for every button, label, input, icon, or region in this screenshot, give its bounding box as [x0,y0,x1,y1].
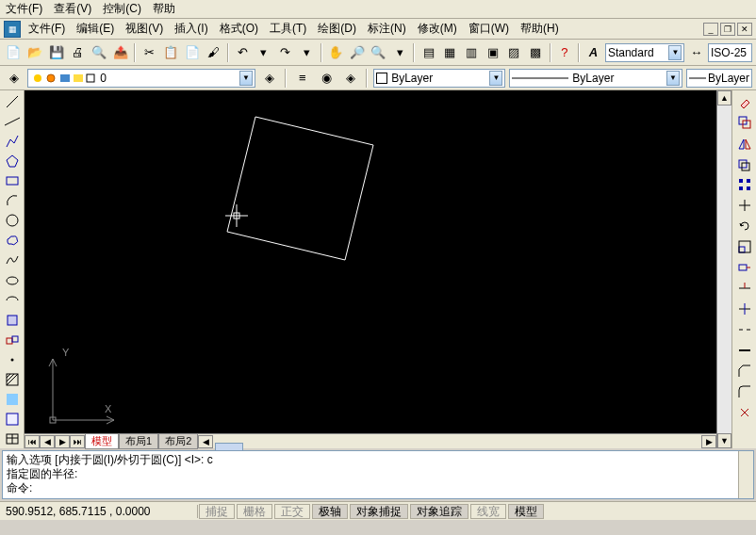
dimstyle-icon[interactable]: ↔ [686,42,706,63]
ellipsearc-icon[interactable] [2,291,23,309]
explode-icon[interactable] [734,403,755,422]
vscroll-down-icon[interactable]: ▼ [717,433,731,448]
menu2-tools[interactable]: 工具(T) [266,19,310,39]
snap-toggle[interactable]: 捕捉 [199,504,235,519]
hscroll-left-icon[interactable]: ◀ [198,435,213,448]
preview-icon[interactable]: 🔍 [90,42,109,63]
menu2-help[interactable]: 帮助(H) [517,19,563,39]
publish-icon[interactable]: 📤 [110,42,130,63]
textstyle-icon[interactable]: A [583,42,603,63]
menu-control[interactable]: 控制(C) [103,1,141,17]
arc-icon[interactable] [2,192,23,210]
tab-layout2[interactable]: 布局2 [158,434,198,449]
region-icon[interactable] [2,411,23,429]
menu2-edit[interactable]: 编辑(E) [73,19,118,39]
extend-icon[interactable] [734,300,755,318]
offset-icon[interactable] [734,154,755,173]
help-icon[interactable]: ? [555,42,575,63]
copy-icon[interactable]: 📋 [161,42,181,63]
calc-icon[interactable]: ▩ [526,42,546,63]
dc-icon[interactable]: ▦ [440,42,460,63]
table-icon[interactable] [2,430,23,448]
rectangle-icon[interactable] [2,171,23,189]
pline-icon[interactable] [2,132,23,150]
menu-file[interactable]: 文件(F) [6,1,42,17]
menu2-window[interactable]: 窗口(W) [465,19,513,39]
circle-icon[interactable] [2,212,23,230]
hscroll-right-icon[interactable]: ▶ [701,435,716,448]
ellipse-icon[interactable] [2,271,23,289]
polygon-icon[interactable] [2,152,23,170]
tab-model[interactable]: 模型 [85,434,119,449]
otrack-toggle[interactable]: 对象追踪 [410,504,468,519]
layer-states-icon[interactable]: ≡ [292,68,312,89]
tp-icon[interactable]: ▥ [462,42,482,63]
menu2-view[interactable]: 视图(V) [122,19,167,39]
coords-display[interactable]: 590.9512, 685.7115 , 0.0000 [0,505,198,518]
layer-iso-icon[interactable]: ◉ [317,68,337,89]
tab-last-icon[interactable]: ⏭ [70,435,85,448]
menu-view[interactable]: 查看(V) [54,1,91,17]
menu2-file[interactable]: 文件(F) [25,19,69,39]
osnap-toggle[interactable]: 对象捕捉 [350,504,408,519]
restore-button[interactable]: ❐ [720,23,735,36]
break-icon[interactable] [734,320,755,339]
menu2-draw[interactable]: 绘图(D) [314,19,360,39]
linetype-dropdown[interactable]: ByLayer ▼ [509,69,682,88]
v-scrollbar[interactable]: ▲ ▼ [716,90,731,448]
pan-icon[interactable]: ✋ [326,42,346,63]
stretch-icon[interactable] [734,258,755,277]
undo-dd-icon[interactable]: ▾ [255,42,274,63]
zoom-win-icon[interactable]: ▾ [390,42,410,63]
layer-tool-icon[interactable]: ◈ [340,68,360,89]
hatch-icon[interactable] [2,371,23,389]
cut-icon[interactable]: ✂ [140,42,159,63]
save-icon[interactable]: 💾 [46,42,66,63]
insert-icon[interactable] [2,311,23,329]
menu-help[interactable]: 帮助 [153,1,175,17]
close-button[interactable]: ✕ [737,23,752,36]
menu2-modify[interactable]: 修改(M) [414,19,461,39]
redo-dd-icon[interactable]: ▾ [297,42,317,63]
tab-next-icon[interactable]: ▶ [55,435,70,448]
join-icon[interactable] [734,341,755,360]
menu2-dim[interactable]: 标注(N) [364,19,410,39]
ssm-icon[interactable]: ▣ [483,42,502,63]
tab-prev-icon[interactable]: ◀ [40,435,55,448]
scale-icon[interactable] [734,237,755,256]
grid-toggle[interactable]: 栅格 [237,504,272,519]
vscroll-up-icon[interactable]: ▲ [717,90,731,105]
match-icon[interactable]: 🖌 [204,42,223,63]
polar-toggle[interactable]: 极轴 [312,504,348,519]
print-icon[interactable]: 🖨 [68,42,88,63]
chamfer-icon[interactable] [734,362,755,381]
layer-prev-icon[interactable]: ◈ [259,68,279,89]
undo-icon[interactable]: ↶ [233,42,253,63]
dimstyle-dropdown[interactable]: ISO-25 [708,43,752,62]
line-icon[interactable] [2,92,23,110]
properties-icon[interactable]: ▤ [419,42,438,63]
tab-first-icon[interactable]: ⏮ [25,435,40,448]
open-icon[interactable]: 📂 [25,42,45,63]
textstyle-dropdown[interactable]: Standard ▼ [605,43,684,62]
block-icon[interactable] [2,331,23,349]
command-window[interactable]: 输入选项 [内接于圆(I)/外切于圆(C)] <I>: c 指定圆的半径: 命令… [2,450,754,499]
lineweight-dropdown[interactable]: ByLayer [686,69,752,88]
spline-icon[interactable] [2,251,23,269]
drawing-area[interactable]: Y X ⏮ ◀ ▶ ⏭ 模型 布局1 布局2 ◀ ▶ [25,90,716,448]
model-toggle[interactable]: 模型 [508,504,544,519]
paste-icon[interactable]: 📄 [183,42,203,63]
minimize-button[interactable]: _ [703,23,718,36]
tab-layout1[interactable]: 布局1 [119,434,158,449]
trim-icon[interactable] [734,279,755,298]
rotate-icon[interactable] [734,217,755,235]
mirror-icon[interactable] [734,134,755,153]
layer-dropdown[interactable]: 0 ▼ [27,69,255,88]
copy-icon[interactable] [734,113,755,132]
zoom-prev-icon[interactable]: 🔍 [369,42,388,63]
layer-manager-icon[interactable]: ◈ [4,68,24,89]
revcloud-icon[interactable] [2,232,23,250]
markup-icon[interactable]: ▨ [504,42,524,63]
redo-icon[interactable]: ↷ [275,42,295,63]
point-icon[interactable] [2,350,23,368]
